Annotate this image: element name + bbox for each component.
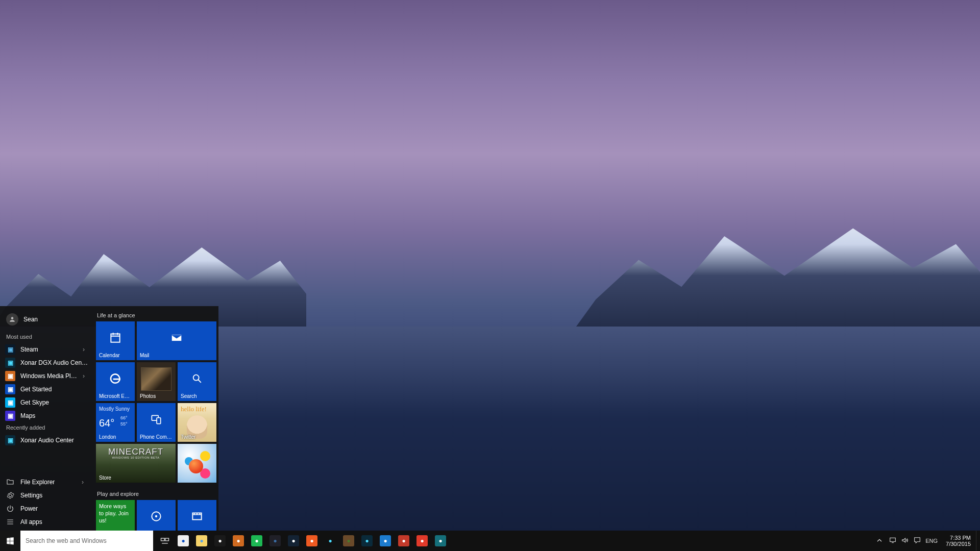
pinned-edge[interactable]: ● — [175, 531, 192, 551]
start-right-column: Life at a glance Calendar Mail Microsoft… — [93, 306, 218, 531]
pinned-teamspeak[interactable]: ● — [266, 531, 284, 551]
app-label: Maps — [20, 412, 89, 419]
app-icon: ▣ — [5, 435, 15, 445]
tile-groove[interactable] — [137, 500, 176, 531]
most-used-item[interactable]: ▣ Get Skype — [0, 396, 93, 409]
tile-photos[interactable]: Photos — [137, 362, 176, 401]
pinned-origin[interactable]: ● — [303, 531, 321, 551]
user-avatar-icon — [6, 313, 18, 325]
tray-overflow-button[interactable] — [874, 531, 885, 551]
pinned-file-explorer[interactable]: ● — [193, 531, 210, 551]
tile-candy-crush[interactable] — [178, 444, 216, 483]
tile-xbox[interactable]: More ways to play. Join us! — [96, 500, 135, 531]
svg-point-0 — [193, 375, 199, 381]
tile-calendar-label: Calendar — [99, 353, 132, 358]
app-icon: ▣ — [5, 397, 15, 408]
recently-added-heading: Recently added — [0, 422, 93, 434]
store-promo-sub: WINDOWS 10 EDITION BETA — [96, 456, 176, 459]
app-label: Windows Media Player — [20, 372, 78, 380]
system-tray: ENG — [871, 531, 941, 551]
start-left-column: Sean Most used ▣ Steam ›▣ Xonar DGX Audi… — [0, 306, 93, 531]
most-used-item[interactable]: ▣ Xonar DGX Audio Center — [0, 356, 93, 369]
tile-search[interactable]: Search — [178, 362, 216, 401]
most-used-item[interactable]: ▣ Maps — [0, 409, 93, 422]
weather-hi: 66° — [120, 415, 128, 420]
pinned-foobar[interactable]: ● — [322, 531, 339, 551]
group-title-play[interactable]: Play and explore — [96, 489, 215, 500]
tile-twitter-label: Twitter — [181, 434, 213, 440]
start-button[interactable] — [0, 531, 20, 551]
pinned-app-teal[interactable]: ● — [432, 531, 449, 551]
pinned-minecraft[interactable]: ● — [340, 531, 357, 551]
all-apps-button[interactable]: All apps — [0, 515, 93, 529]
settings-label: Settings — [20, 492, 42, 499]
tile-movies[interactable] — [178, 500, 216, 531]
tile-mail[interactable]: Mail — [137, 321, 216, 360]
foobar-icon: ● — [325, 535, 336, 546]
file-explorer-icon: ● — [196, 535, 207, 546]
tile-group-play: More ways to play. Join us! — [96, 500, 216, 531]
tray-language[interactable]: ENG — [925, 538, 938, 544]
clock-time: 7:33 PM — [950, 535, 971, 541]
tile-twitter[interactable]: hello life! Twitter — [178, 403, 216, 442]
weather-temp: 64° — [99, 417, 114, 429]
pinned-xonar[interactable]: ● — [358, 531, 376, 551]
chevron-right-icon: › — [83, 372, 89, 380]
clock-date: 7/30/2015 — [946, 541, 971, 547]
power-button[interactable]: Power — [0, 502, 93, 515]
pinned-app-red[interactable]: ● — [395, 531, 412, 551]
task-view-button[interactable] — [156, 531, 174, 551]
app-icon: ▣ — [5, 411, 15, 421]
twitter-promo-text: hello life! — [181, 406, 207, 412]
svg-point-4 — [155, 515, 157, 517]
pinned-steam[interactable]: ● — [285, 531, 302, 551]
mail-icon — [170, 331, 183, 344]
tray-volume-icon[interactable] — [901, 536, 909, 546]
most-used-item[interactable]: ▣ Steam › — [0, 343, 93, 356]
app-label: Get Skype — [20, 399, 89, 406]
tray-display-icon[interactable] — [889, 536, 897, 546]
taskbar-clock[interactable]: 7:33 PM 7/30/2015 — [941, 531, 976, 551]
file-explorer-button[interactable]: File Explorer › — [0, 475, 93, 489]
app-label: Xonar DGX Audio Center — [20, 359, 89, 366]
pinned-opera[interactable]: ● — [413, 531, 431, 551]
pinned-store[interactable]: ● — [211, 531, 229, 551]
pinned-spotify[interactable]: ● — [248, 531, 265, 551]
app-icon: ▣ — [5, 344, 15, 355]
recent-item[interactable]: ▣ Xonar Audio Center — [0, 434, 93, 447]
chevron-right-icon: › — [82, 479, 88, 486]
tile-phone-companion[interactable]: Phone Compa... — [137, 403, 176, 442]
edge-icon: ● — [178, 535, 189, 546]
settings-button[interactable]: Settings — [0, 489, 93, 502]
power-label: Power — [20, 505, 38, 512]
user-account-button[interactable]: Sean — [0, 310, 93, 332]
tray-action-center-icon[interactable] — [913, 536, 921, 546]
xonar-icon: ● — [361, 535, 373, 546]
steam-icon: ● — [288, 535, 299, 546]
minecraft-icon: ● — [343, 535, 354, 546]
show-desktop-button[interactable] — [976, 531, 980, 551]
store-icon: ● — [214, 535, 226, 546]
search-box[interactable]: Search the web and Windows — [20, 531, 153, 551]
tile-weather[interactable]: Mostly Sunny 64° 66° 55° London — [96, 403, 135, 442]
tile-store[interactable]: MINECRAFT WINDOWS 10 EDITION BETA Store — [96, 444, 176, 483]
chevron-right-icon: › — [83, 346, 89, 353]
tile-phone-label: Phone Compa... — [140, 434, 173, 440]
pinned-app-blue[interactable]: ● — [377, 531, 394, 551]
tile-edge[interactable]: Microsoft Edge — [96, 362, 135, 401]
wallpaper-mountain-right — [561, 189, 980, 347]
most-used-item[interactable]: ▣ Get Started — [0, 383, 93, 396]
app-teal-icon: ● — [435, 535, 446, 546]
tile-calendar[interactable]: Calendar — [96, 321, 135, 360]
svg-rect-7 — [165, 538, 169, 541]
movies-icon — [190, 510, 204, 523]
svg-rect-8 — [890, 538, 896, 541]
phone-companion-icon — [150, 413, 163, 426]
app-icon: ▣ — [5, 371, 15, 381]
teamspeak-icon: ● — [270, 535, 281, 546]
group-title-life[interactable]: Life at a glance — [96, 310, 215, 321]
most-used-item[interactable]: ▣ Windows Media Player › — [0, 369, 93, 383]
app-label: Steam — [20, 346, 78, 353]
pinned-media[interactable]: ● — [230, 531, 247, 551]
weather-lo: 55° — [120, 421, 128, 427]
